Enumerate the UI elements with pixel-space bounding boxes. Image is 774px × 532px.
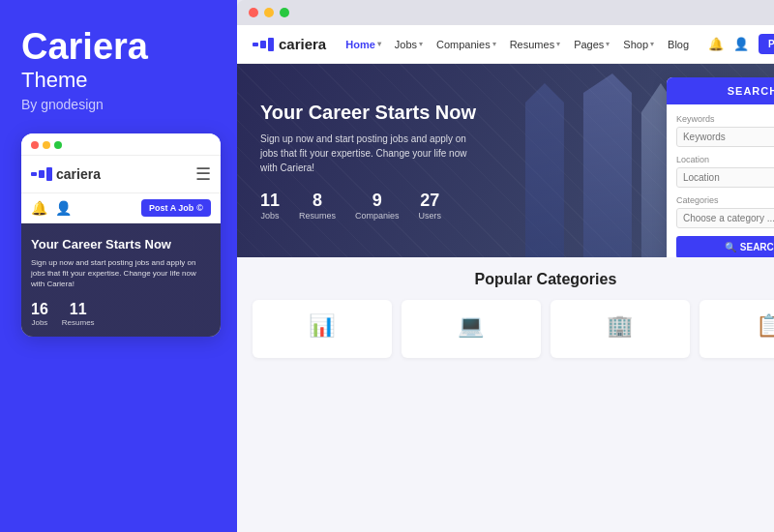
hero-companies-num: 9 xyxy=(355,191,400,211)
mobile-resumes-label: Resumes xyxy=(62,318,95,327)
search-button[interactable]: 🔍 SEARCH xyxy=(676,236,774,257)
mobile-header-icons: 🔔 👤 xyxy=(31,200,72,216)
search-btn-label: SEARCH xyxy=(740,242,774,252)
mobile-logo: cariera xyxy=(31,166,101,182)
hero-title: Your Career Starts Now xyxy=(260,101,485,124)
nav-shop-label: Shop xyxy=(623,39,648,50)
site-hero: Your Career Starts Now Sign up now and s… xyxy=(237,64,774,257)
hero-desc: Sign up now and start posting jobs and a… xyxy=(260,132,485,175)
brand-title: Cariera xyxy=(21,27,216,68)
category-card-finance[interactable]: 📊 xyxy=(253,300,392,358)
categories-input-wrapper: ▾ xyxy=(676,208,774,228)
left-panel: Cariera Theme By gnodesign cariera ☰ xyxy=(0,0,237,532)
mobile-browser-bar xyxy=(21,133,221,156)
hero-companies-label: Companies xyxy=(355,211,400,221)
bell-icon[interactable]: 🔔 xyxy=(31,200,47,216)
category-icon-finance: 📊 xyxy=(260,313,384,339)
dot-green xyxy=(54,141,62,149)
nav-pages-arrow: ▾ xyxy=(606,40,610,48)
mobile-stats: 16 Jobs 11 Resumes xyxy=(31,301,211,327)
category-card-business[interactable]: 🏢 xyxy=(551,300,690,358)
search-icon: 🔍 xyxy=(725,242,736,252)
hero-resumes-num: 8 xyxy=(299,191,336,211)
hero-stats: 11 Jobs 8 Resumes 9 Companies 27 Users xyxy=(260,191,485,221)
hamburger-icon[interactable]: ☰ xyxy=(195,163,211,185)
svg-rect-2 xyxy=(46,167,52,181)
website-preview: cariera Home ▾ Jobs ▾ Companies ▾ Resume… xyxy=(237,25,774,532)
mobile-post-job-icon: © xyxy=(196,203,203,213)
header-bell-icon[interactable]: 🔔 xyxy=(708,37,724,51)
browser-dot-green xyxy=(280,8,289,17)
categories-title: Popular Categories xyxy=(253,271,774,288)
location-input-wrapper: ⚙ xyxy=(676,167,774,188)
category-icon-admin: 📋 xyxy=(707,313,774,339)
site-nav: Home ▾ Jobs ▾ Companies ▾ Resumes ▾ Page… xyxy=(345,39,689,50)
mobile-hero-title: Your Career Starts Now xyxy=(31,237,211,251)
mobile-logo-text: cariera xyxy=(56,166,101,182)
nav-item-jobs[interactable]: Jobs ▾ xyxy=(395,39,423,50)
mobile-post-job-label: Post A Job xyxy=(149,203,194,213)
search-card-header: SEARCH xyxy=(667,77,774,104)
categories-grid: 📊 💻 🏢 📋 xyxy=(253,300,774,358)
mobile-nav: cariera ☰ xyxy=(21,156,221,193)
nav-item-pages[interactable]: Pages ▾ xyxy=(574,39,610,50)
keywords-input[interactable] xyxy=(676,127,774,147)
category-card-admin[interactable]: 📋 xyxy=(700,300,774,358)
svg-rect-0 xyxy=(31,172,37,176)
mobile-hero: Your Career Starts Now Sign up now and s… xyxy=(21,223,221,338)
hero-users-label: Users xyxy=(419,211,442,221)
nav-item-companies[interactable]: Companies ▾ xyxy=(436,39,496,50)
post-job-button[interactable]: Post A Job © xyxy=(759,34,774,54)
nav-companies-label: Companies xyxy=(436,39,491,50)
brand-subtitle: Theme xyxy=(21,68,216,93)
mobile-dots xyxy=(31,141,62,149)
categories-label: Categories xyxy=(676,195,774,205)
mobile-post-job-button[interactable]: Post A Job © xyxy=(141,199,211,217)
search-card-body: Keywords Location ⚙ Categories xyxy=(667,104,774,257)
hero-stat-resumes: 8 Resumes xyxy=(299,191,336,221)
nav-item-shop[interactable]: Shop ▾ xyxy=(623,39,654,50)
site-logo-text: cariera xyxy=(279,36,326,52)
mobile-hero-text: Sign up now and start posting jobs and a… xyxy=(31,257,211,290)
site-header: cariera Home ▾ Jobs ▾ Companies ▾ Resume… xyxy=(237,25,774,64)
location-input[interactable] xyxy=(676,167,774,188)
post-job-label: Post A Job xyxy=(768,39,774,49)
hero-stat-users: 27 Users xyxy=(419,191,442,221)
nav-home-arrow: ▾ xyxy=(377,40,381,48)
nav-home-label: Home xyxy=(345,39,375,50)
category-icon-business: 🏢 xyxy=(558,313,682,339)
hero-jobs-label: Jobs xyxy=(260,211,280,221)
svg-rect-1 xyxy=(39,170,45,178)
dot-yellow xyxy=(43,141,50,149)
hero-jobs-num: 11 xyxy=(260,191,280,211)
nav-item-resumes[interactable]: Resumes ▾ xyxy=(510,39,560,50)
keywords-field: Keywords xyxy=(676,114,774,147)
header-user-icon[interactable]: 👤 xyxy=(733,37,749,51)
right-panel: cariera Home ▾ Jobs ▾ Companies ▾ Resume… xyxy=(237,0,774,532)
hero-stat-jobs: 11 Jobs xyxy=(260,191,280,221)
hero-content: Your Career Starts Now Sign up now and s… xyxy=(237,81,508,240)
nav-resumes-arrow: ▾ xyxy=(556,40,560,48)
mobile-jobs-label: Jobs xyxy=(31,318,48,327)
hero-users-num: 27 xyxy=(419,191,442,211)
categories-field: Categories ▾ xyxy=(676,195,774,228)
category-card-it[interactable]: 💻 xyxy=(402,300,541,358)
mobile-sub-nav: 🔔 👤 Post A Job © xyxy=(21,193,221,223)
user-icon[interactable]: 👤 xyxy=(55,200,72,216)
browser-dot-red xyxy=(249,8,258,17)
browser-dot-yellow xyxy=(264,8,274,17)
site-logo: cariera xyxy=(253,36,326,52)
hero-people-image xyxy=(487,64,680,257)
site-logo-icon xyxy=(253,38,274,51)
location-label: Location xyxy=(676,155,774,164)
svg-rect-4 xyxy=(260,41,266,48)
categories-input[interactable] xyxy=(676,208,774,228)
site-header-right: 🔔 👤 Post A Job © xyxy=(708,34,774,54)
nav-item-blog[interactable]: Blog xyxy=(668,39,689,50)
nav-blog-label: Blog xyxy=(668,39,689,50)
nav-resumes-label: Resumes xyxy=(510,39,554,50)
mobile-preview: cariera ☰ 🔔 👤 Post A Job © Your Career S… xyxy=(21,133,221,338)
nav-item-home[interactable]: Home ▾ xyxy=(345,39,381,50)
location-field: Location ⚙ xyxy=(676,155,774,188)
svg-rect-3 xyxy=(253,43,258,46)
